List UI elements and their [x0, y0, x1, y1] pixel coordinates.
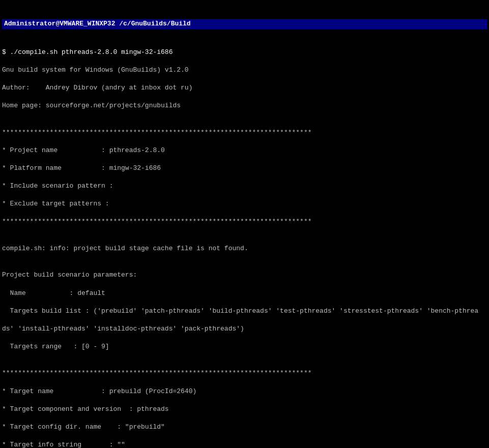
- terminal-line: ****************************************…: [2, 217, 487, 226]
- terminal-line: * Platform name : mingw-32-i686: [2, 164, 487, 173]
- terminal-line: ds' 'install-pthreads' 'installdoc-pthre…: [2, 324, 487, 334]
- terminal-line: Targets build list : ('prebuild' 'patch-…: [2, 307, 487, 316]
- terminal-line: compile.sh: info: project build stage ca…: [2, 244, 487, 253]
- terminal-line: * Target info string : "": [2, 440, 487, 448]
- terminal-window[interactable]: Administrator@VMWARE_WINXP32 /c/GnuBuild…: [0, 0, 489, 448]
- terminal-line: * Target name : prebuild (ProcId=2640): [2, 387, 487, 396]
- terminal-line: Author: Andrey Dibrov (andry at inbox do…: [2, 83, 487, 93]
- title-bar: Administrator@VMWARE_WINXP32 /c/GnuBuild…: [2, 19, 487, 29]
- terminal-line: Gnu build system for Windows (GnuBuilds)…: [2, 66, 487, 75]
- terminal-line: * Target config dir. name : "prebuild": [2, 423, 487, 432]
- terminal-line: ****************************************…: [2, 128, 487, 137]
- terminal-line: Project build scenario parameters:: [2, 271, 487, 280]
- terminal-line: Name : default: [2, 289, 487, 298]
- terminal-line: Targets range : [0 - 9]: [2, 342, 487, 351]
- terminal-line: * Target component and version : pthread…: [2, 405, 487, 414]
- terminal-line: $ ./compile.sh pthreads-2.8.0 mingw-32-i…: [2, 48, 487, 57]
- terminal-line: Home page: sourceforge.net/projects/gnub…: [2, 101, 487, 110]
- terminal-line: * Project name : pthreads-2.8.0: [2, 146, 487, 155]
- terminal-line: * Include scenario pattern :: [2, 182, 487, 191]
- terminal-content: $ ./compile.sh pthreads-2.8.0 mingw-32-i…: [2, 48, 487, 448]
- terminal-line: ****************************************…: [2, 369, 487, 378]
- terminal-line: * Exclude target patterns :: [2, 199, 487, 208]
